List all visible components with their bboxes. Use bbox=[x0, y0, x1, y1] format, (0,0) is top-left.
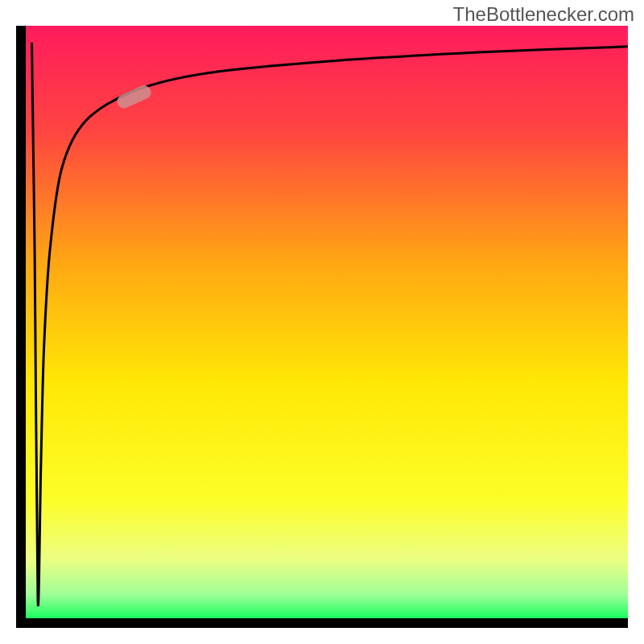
x-axis bbox=[16, 618, 628, 628]
watermark-label: TheBottlenecker.com bbox=[453, 3, 634, 26]
gradient-background bbox=[26, 26, 628, 618]
plot-svg bbox=[26, 26, 628, 618]
plot-area bbox=[26, 26, 628, 618]
y-axis bbox=[16, 26, 26, 628]
chart-container: TheBottlenecker.com bbox=[0, 0, 644, 644]
